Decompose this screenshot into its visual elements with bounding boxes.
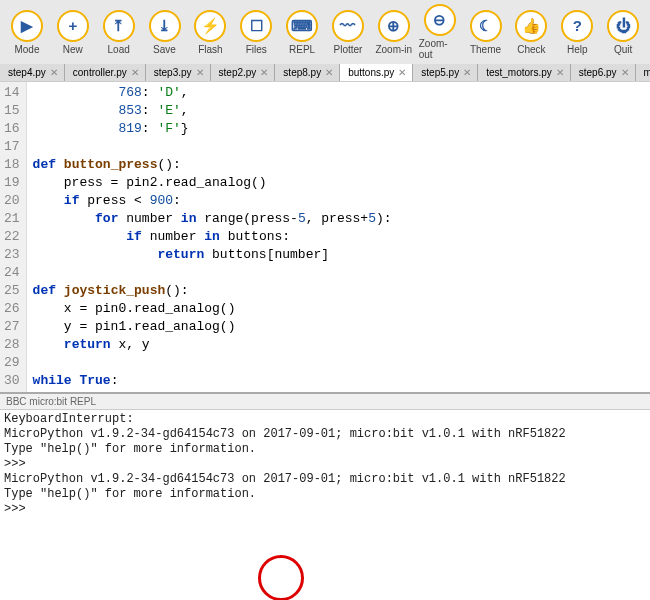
files-button[interactable]: ☐Files xyxy=(235,10,277,55)
line-number: 18 xyxy=(4,156,20,174)
zoom-in-icon: ⊕ xyxy=(378,10,410,42)
code-line[interactable]: press = pin2.read_analog() xyxy=(33,174,644,192)
tab-label: step4.py xyxy=(8,67,46,78)
repl-output[interactable]: KeyboardInterrupt: MicroPython v1.9.2-34… xyxy=(0,410,650,555)
line-number: 23 xyxy=(4,246,20,264)
code-line[interactable]: joystick = joystick_push() xyxy=(33,390,644,392)
toolbar-label: Help xyxy=(567,44,588,55)
close-icon[interactable]: ✕ xyxy=(463,67,471,78)
code-editor[interactable]: 1415161718192021222324252627282930313233… xyxy=(0,82,650,392)
new-button[interactable]: +New xyxy=(52,10,94,55)
tab-label: step6.py xyxy=(579,67,617,78)
tab-step5-py[interactable]: step5.py✕ xyxy=(413,64,478,81)
toolbar-label: REPL xyxy=(289,44,315,55)
code-line[interactable]: 819: 'F'} xyxy=(33,120,644,138)
tab-microbite-py[interactable]: microbite.py✕ xyxy=(636,64,650,81)
close-icon[interactable]: ✕ xyxy=(260,67,268,78)
code-line[interactable]: if number in buttons: xyxy=(33,228,644,246)
code-area[interactable]: 768: 'D', 853: 'E', 819: 'F'} def button… xyxy=(27,82,650,392)
save-button[interactable]: ⤓Save xyxy=(144,10,186,55)
tab-label: step3.py xyxy=(154,67,192,78)
line-number: 24 xyxy=(4,264,20,282)
line-number: 20 xyxy=(4,192,20,210)
load-icon: ⤒ xyxy=(103,10,135,42)
close-icon[interactable]: ✕ xyxy=(196,67,204,78)
line-number: 19 xyxy=(4,174,20,192)
line-number: 31 xyxy=(4,390,20,392)
quit-icon: ⏻ xyxy=(607,10,639,42)
line-number: 30 xyxy=(4,372,20,390)
close-icon[interactable]: ✕ xyxy=(398,67,406,78)
tab-step6-py[interactable]: step6.py✕ xyxy=(571,64,636,81)
code-line[interactable]: return x, y xyxy=(33,336,644,354)
flash-icon: ⚡ xyxy=(194,10,226,42)
toolbar-label: Quit xyxy=(614,44,632,55)
toolbar-label: Load xyxy=(108,44,130,55)
load-button[interactable]: ⤒Load xyxy=(98,10,140,55)
tab-bar: step4.py✕controller.py✕step3.py✕step2.py… xyxy=(0,64,650,82)
tab-buttons-py[interactable]: buttons.py✕ xyxy=(340,64,413,81)
toolbar-label: Theme xyxy=(470,44,501,55)
flash-button[interactable]: ⚡Flash xyxy=(189,10,231,55)
line-number: 14 xyxy=(4,84,20,102)
toolbar-label: New xyxy=(63,44,83,55)
line-number: 29 xyxy=(4,354,20,372)
tab-label: step2.py xyxy=(219,67,257,78)
plotter-button[interactable]: 〰Plotter xyxy=(327,10,369,55)
toolbar-label: Zoom-out xyxy=(419,38,461,60)
close-icon[interactable]: ✕ xyxy=(131,67,139,78)
theme-icon: ☾ xyxy=(470,10,502,42)
line-number: 28 xyxy=(4,336,20,354)
tab-label: step5.py xyxy=(421,67,459,78)
code-line[interactable]: def button_press(): xyxy=(33,156,644,174)
zoom-in-button[interactable]: ⊕Zoom-in xyxy=(373,10,415,55)
line-number: 17 xyxy=(4,138,20,156)
save-icon: ⤓ xyxy=(149,10,181,42)
files-icon: ☐ xyxy=(240,10,272,42)
theme-button[interactable]: ☾Theme xyxy=(465,10,507,55)
new-icon: + xyxy=(57,10,89,42)
tab-step4-py[interactable]: step4.py✕ xyxy=(0,64,65,81)
toolbar-label: Mode xyxy=(14,44,39,55)
check-button[interactable]: 👍Check xyxy=(510,10,552,55)
help-button[interactable]: ?Help xyxy=(556,10,598,55)
close-icon[interactable]: ✕ xyxy=(556,67,564,78)
tab-step2-py[interactable]: step2.py✕ xyxy=(211,64,276,81)
close-icon[interactable]: ✕ xyxy=(621,67,629,78)
code-line[interactable]: 768: 'D', xyxy=(33,84,644,102)
mode-button[interactable]: ▶Mode xyxy=(6,10,48,55)
code-line[interactable] xyxy=(33,354,644,372)
tab-label: controller.py xyxy=(73,67,127,78)
repl-title: BBC micro:bit REPL xyxy=(0,394,650,410)
tab-test_motors-py[interactable]: test_motors.py✕ xyxy=(478,64,571,81)
toolbar-label: Save xyxy=(153,44,176,55)
code-line[interactable]: if press < 900: xyxy=(33,192,644,210)
code-line[interactable] xyxy=(33,264,644,282)
line-number: 22 xyxy=(4,228,20,246)
close-icon[interactable]: ✕ xyxy=(50,67,58,78)
repl-button[interactable]: ⌨REPL xyxy=(281,10,323,55)
line-number: 27 xyxy=(4,318,20,336)
plotter-icon: 〰 xyxy=(332,10,364,42)
toolbar: ▶Mode+New⤒Load⤓Save⚡Flash☐Files⌨REPL〰Plo… xyxy=(0,0,650,64)
code-line[interactable]: x = pin0.read_analog() xyxy=(33,300,644,318)
check-icon: 👍 xyxy=(515,10,547,42)
code-line[interactable]: while True: xyxy=(33,372,644,390)
tab-label: buttons.py xyxy=(348,67,394,78)
tab-step8-py[interactable]: step8.py✕ xyxy=(275,64,340,81)
quit-button[interactable]: ⏻Quit xyxy=(602,10,644,55)
tab-step3-py[interactable]: step3.py✕ xyxy=(146,64,211,81)
close-icon[interactable]: ✕ xyxy=(325,67,333,78)
tab-controller-py[interactable]: controller.py✕ xyxy=(65,64,146,81)
repl-highlight-circle xyxy=(258,555,304,600)
zoom-out-button[interactable]: ⊖Zoom-out xyxy=(419,4,461,60)
code-line[interactable]: return buttons[number] xyxy=(33,246,644,264)
code-line[interactable]: 853: 'E', xyxy=(33,102,644,120)
code-line[interactable]: def joystick_push(): xyxy=(33,282,644,300)
code-line[interactable]: y = pin1.read_analog() xyxy=(33,318,644,336)
code-line[interactable] xyxy=(33,138,644,156)
mode-icon: ▶ xyxy=(11,10,43,42)
line-number: 25 xyxy=(4,282,20,300)
line-gutter: 1415161718192021222324252627282930313233 xyxy=(0,82,27,392)
code-line[interactable]: for number in range(press-5, press+5): xyxy=(33,210,644,228)
